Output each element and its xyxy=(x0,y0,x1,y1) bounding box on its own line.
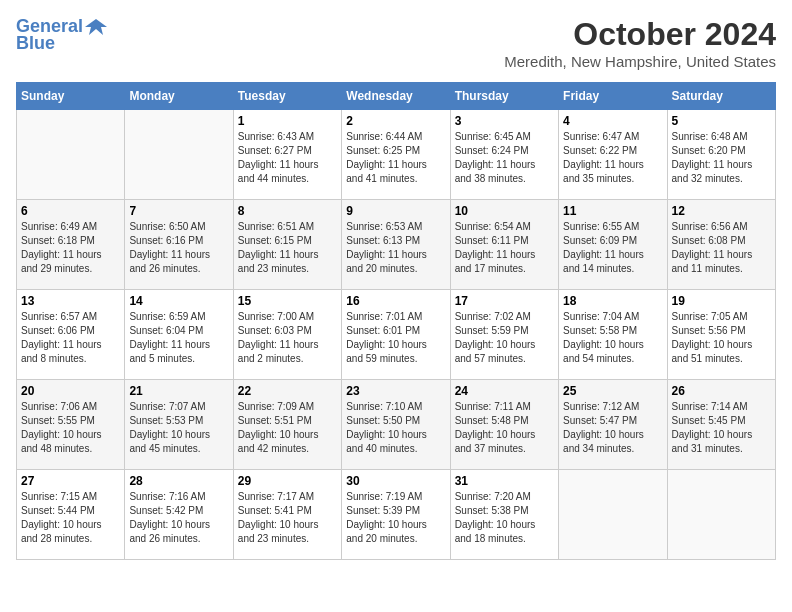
day-number: 20 xyxy=(21,384,120,398)
calendar-cell: 31Sunrise: 7:20 AM Sunset: 5:38 PM Dayli… xyxy=(450,470,558,560)
day-info: Sunrise: 6:51 AM Sunset: 6:15 PM Dayligh… xyxy=(238,220,337,276)
calendar-cell: 7Sunrise: 6:50 AM Sunset: 6:16 PM Daylig… xyxy=(125,200,233,290)
title-section: October 2024 Meredith, New Hampshire, Un… xyxy=(504,16,776,70)
day-info: Sunrise: 7:15 AM Sunset: 5:44 PM Dayligh… xyxy=(21,490,120,546)
day-number: 6 xyxy=(21,204,120,218)
day-info: Sunrise: 7:04 AM Sunset: 5:58 PM Dayligh… xyxy=(563,310,662,366)
calendar-cell: 16Sunrise: 7:01 AM Sunset: 6:01 PM Dayli… xyxy=(342,290,450,380)
calendar-week-3: 13Sunrise: 6:57 AM Sunset: 6:06 PM Dayli… xyxy=(17,290,776,380)
day-number: 9 xyxy=(346,204,445,218)
calendar-cell: 24Sunrise: 7:11 AM Sunset: 5:48 PM Dayli… xyxy=(450,380,558,470)
calendar-cell: 30Sunrise: 7:19 AM Sunset: 5:39 PM Dayli… xyxy=(342,470,450,560)
calendar-cell: 4Sunrise: 6:47 AM Sunset: 6:22 PM Daylig… xyxy=(559,110,667,200)
day-number: 22 xyxy=(238,384,337,398)
day-info: Sunrise: 6:53 AM Sunset: 6:13 PM Dayligh… xyxy=(346,220,445,276)
day-info: Sunrise: 6:57 AM Sunset: 6:06 PM Dayligh… xyxy=(21,310,120,366)
day-info: Sunrise: 6:45 AM Sunset: 6:24 PM Dayligh… xyxy=(455,130,554,186)
calendar-cell: 3Sunrise: 6:45 AM Sunset: 6:24 PM Daylig… xyxy=(450,110,558,200)
day-info: Sunrise: 6:49 AM Sunset: 6:18 PM Dayligh… xyxy=(21,220,120,276)
calendar-cell: 14Sunrise: 6:59 AM Sunset: 6:04 PM Dayli… xyxy=(125,290,233,380)
calendar-week-4: 20Sunrise: 7:06 AM Sunset: 5:55 PM Dayli… xyxy=(17,380,776,470)
calendar-cell: 15Sunrise: 7:00 AM Sunset: 6:03 PM Dayli… xyxy=(233,290,341,380)
day-info: Sunrise: 7:14 AM Sunset: 5:45 PM Dayligh… xyxy=(672,400,771,456)
day-info: Sunrise: 6:50 AM Sunset: 6:16 PM Dayligh… xyxy=(129,220,228,276)
day-number: 19 xyxy=(672,294,771,308)
calendar-cell: 28Sunrise: 7:16 AM Sunset: 5:42 PM Dayli… xyxy=(125,470,233,560)
day-info: Sunrise: 7:16 AM Sunset: 5:42 PM Dayligh… xyxy=(129,490,228,546)
calendar-week-5: 27Sunrise: 7:15 AM Sunset: 5:44 PM Dayli… xyxy=(17,470,776,560)
day-number: 11 xyxy=(563,204,662,218)
calendar-cell: 12Sunrise: 6:56 AM Sunset: 6:08 PM Dayli… xyxy=(667,200,775,290)
weekday-header-tuesday: Tuesday xyxy=(233,83,341,110)
logo: General Blue xyxy=(16,16,107,54)
calendar-cell: 1Sunrise: 6:43 AM Sunset: 6:27 PM Daylig… xyxy=(233,110,341,200)
day-info: Sunrise: 6:56 AM Sunset: 6:08 PM Dayligh… xyxy=(672,220,771,276)
day-info: Sunrise: 6:54 AM Sunset: 6:11 PM Dayligh… xyxy=(455,220,554,276)
day-number: 2 xyxy=(346,114,445,128)
calendar-cell: 23Sunrise: 7:10 AM Sunset: 5:50 PM Dayli… xyxy=(342,380,450,470)
calendar-cell: 29Sunrise: 7:17 AM Sunset: 5:41 PM Dayli… xyxy=(233,470,341,560)
calendar-cell: 22Sunrise: 7:09 AM Sunset: 5:51 PM Dayli… xyxy=(233,380,341,470)
day-info: Sunrise: 6:48 AM Sunset: 6:20 PM Dayligh… xyxy=(672,130,771,186)
day-number: 4 xyxy=(563,114,662,128)
day-number: 13 xyxy=(21,294,120,308)
day-number: 29 xyxy=(238,474,337,488)
day-info: Sunrise: 6:43 AM Sunset: 6:27 PM Dayligh… xyxy=(238,130,337,186)
day-info: Sunrise: 7:20 AM Sunset: 5:38 PM Dayligh… xyxy=(455,490,554,546)
calendar-cell: 25Sunrise: 7:12 AM Sunset: 5:47 PM Dayli… xyxy=(559,380,667,470)
day-info: Sunrise: 7:17 AM Sunset: 5:41 PM Dayligh… xyxy=(238,490,337,546)
calendar-cell: 6Sunrise: 6:49 AM Sunset: 6:18 PM Daylig… xyxy=(17,200,125,290)
day-number: 30 xyxy=(346,474,445,488)
weekday-header-sunday: Sunday xyxy=(17,83,125,110)
calendar-cell: 26Sunrise: 7:14 AM Sunset: 5:45 PM Dayli… xyxy=(667,380,775,470)
weekday-header-row: SundayMondayTuesdayWednesdayThursdayFrid… xyxy=(17,83,776,110)
calendar-cell: 9Sunrise: 6:53 AM Sunset: 6:13 PM Daylig… xyxy=(342,200,450,290)
calendar-cell: 11Sunrise: 6:55 AM Sunset: 6:09 PM Dayli… xyxy=(559,200,667,290)
weekday-header-monday: Monday xyxy=(125,83,233,110)
day-number: 26 xyxy=(672,384,771,398)
day-info: Sunrise: 7:02 AM Sunset: 5:59 PM Dayligh… xyxy=(455,310,554,366)
month-title: October 2024 xyxy=(504,16,776,53)
day-number: 8 xyxy=(238,204,337,218)
calendar-cell xyxy=(125,110,233,200)
day-number: 12 xyxy=(672,204,771,218)
day-number: 17 xyxy=(455,294,554,308)
day-number: 10 xyxy=(455,204,554,218)
calendar-cell xyxy=(559,470,667,560)
day-info: Sunrise: 7:07 AM Sunset: 5:53 PM Dayligh… xyxy=(129,400,228,456)
day-number: 31 xyxy=(455,474,554,488)
day-info: Sunrise: 6:47 AM Sunset: 6:22 PM Dayligh… xyxy=(563,130,662,186)
calendar-cell: 27Sunrise: 7:15 AM Sunset: 5:44 PM Dayli… xyxy=(17,470,125,560)
day-number: 18 xyxy=(563,294,662,308)
day-number: 5 xyxy=(672,114,771,128)
calendar-cell: 13Sunrise: 6:57 AM Sunset: 6:06 PM Dayli… xyxy=(17,290,125,380)
day-number: 14 xyxy=(129,294,228,308)
calendar-cell: 8Sunrise: 6:51 AM Sunset: 6:15 PM Daylig… xyxy=(233,200,341,290)
location-subtitle: Meredith, New Hampshire, United States xyxy=(504,53,776,70)
logo-blue-text: Blue xyxy=(16,33,55,54)
day-number: 15 xyxy=(238,294,337,308)
day-info: Sunrise: 7:12 AM Sunset: 5:47 PM Dayligh… xyxy=(563,400,662,456)
weekday-header-wednesday: Wednesday xyxy=(342,83,450,110)
svg-marker-0 xyxy=(85,19,107,35)
day-info: Sunrise: 6:59 AM Sunset: 6:04 PM Dayligh… xyxy=(129,310,228,366)
day-info: Sunrise: 7:06 AM Sunset: 5:55 PM Dayligh… xyxy=(21,400,120,456)
day-info: Sunrise: 7:11 AM Sunset: 5:48 PM Dayligh… xyxy=(455,400,554,456)
weekday-header-friday: Friday xyxy=(559,83,667,110)
day-info: Sunrise: 7:01 AM Sunset: 6:01 PM Dayligh… xyxy=(346,310,445,366)
weekday-header-thursday: Thursday xyxy=(450,83,558,110)
calendar-cell xyxy=(17,110,125,200)
day-info: Sunrise: 7:05 AM Sunset: 5:56 PM Dayligh… xyxy=(672,310,771,366)
day-info: Sunrise: 7:00 AM Sunset: 6:03 PM Dayligh… xyxy=(238,310,337,366)
day-number: 7 xyxy=(129,204,228,218)
calendar-cell: 2Sunrise: 6:44 AM Sunset: 6:25 PM Daylig… xyxy=(342,110,450,200)
day-number: 16 xyxy=(346,294,445,308)
page-header: General Blue October 2024 Meredith, New … xyxy=(16,16,776,70)
calendar-cell: 10Sunrise: 6:54 AM Sunset: 6:11 PM Dayli… xyxy=(450,200,558,290)
calendar-cell: 21Sunrise: 7:07 AM Sunset: 5:53 PM Dayli… xyxy=(125,380,233,470)
calendar-table: SundayMondayTuesdayWednesdayThursdayFrid… xyxy=(16,82,776,560)
day-info: Sunrise: 7:19 AM Sunset: 5:39 PM Dayligh… xyxy=(346,490,445,546)
calendar-cell: 17Sunrise: 7:02 AM Sunset: 5:59 PM Dayli… xyxy=(450,290,558,380)
day-number: 3 xyxy=(455,114,554,128)
day-number: 25 xyxy=(563,384,662,398)
